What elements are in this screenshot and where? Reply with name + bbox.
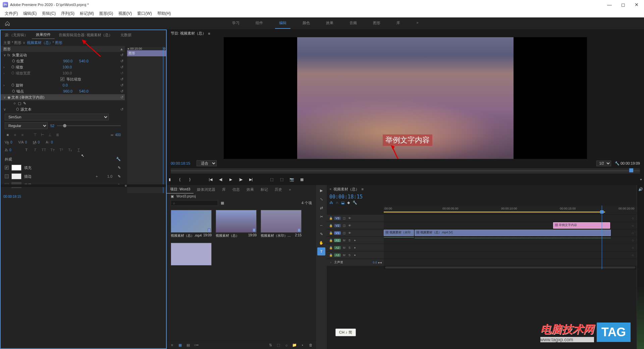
type-tool-icon[interactable]: T [317, 247, 325, 255]
tab-markers[interactable]: 标记 [257, 186, 271, 193]
close-icon[interactable]: ✕ [632, 1, 641, 8]
bold-icon[interactable]: T [23, 147, 30, 153]
selection-tool-icon[interactable]: ▶ [317, 186, 325, 194]
speaker-icon[interactable]: 🔊 [637, 185, 644, 193]
thumbnail[interactable]: ▯ [261, 210, 302, 233]
extract-icon[interactable]: ⬚ [279, 176, 285, 182]
va3-value[interactable]: 0 [38, 140, 40, 144]
hand-tool-icon[interactable]: ✋ [317, 239, 325, 247]
rotation-value[interactable]: 0.0 [63, 83, 68, 87]
tab-history[interactable]: 历史 [271, 186, 285, 193]
export-frame-icon[interactable]: 📷 [289, 176, 295, 182]
chevron-icon[interactable]: ∨ [3, 53, 7, 57]
align-center-icon[interactable]: ≡ [12, 132, 18, 138]
chevron-icon[interactable]: › [3, 83, 7, 87]
project-item[interactable]: ▯ 视频素材（水印）…2:15 [261, 210, 302, 239]
track-a3[interactable]: A3 [334, 253, 341, 257]
tab-overflow-icon[interactable]: » [285, 186, 294, 193]
menu-window[interactable]: 窗口(W) [135, 10, 154, 17]
reset-icon[interactable]: ↺ [120, 71, 123, 75]
tab-audio-mixer[interactable]: 音频剪辑混合器: 视频素材（总） [55, 31, 116, 39]
eye-icon[interactable]: 👁 [347, 231, 352, 235]
menu-view[interactable]: 视图(V) [116, 10, 134, 17]
project-item[interactable]: ▯ 视频素材（总）19:09 [216, 210, 257, 239]
font-size-value[interactable]: 52 [50, 124, 54, 128]
keyframe-icon[interactable]: ○ [632, 253, 634, 257]
track-v2[interactable]: V2 [334, 224, 341, 227]
position-y[interactable]: 540.0 [79, 59, 89, 63]
italic-icon[interactable]: T [32, 147, 38, 153]
reset-icon[interactable]: ↺ [120, 53, 123, 57]
tab-metadata[interactable]: 元数据 [116, 31, 136, 39]
tab-info[interactable]: 信息 [229, 186, 243, 193]
eye-icon[interactable]: 👁 [347, 216, 352, 220]
find-icon[interactable]: ⌕ [284, 342, 289, 348]
record-icon[interactable]: ● [353, 253, 357, 257]
underline-icon[interactable]: T [76, 147, 82, 153]
chevron-icon[interactable]: ∨ [3, 95, 7, 100]
chevron-right-icon[interactable]: ▸◂ [378, 261, 382, 264]
font-select[interactable]: SimSun [5, 114, 109, 120]
reset-icon[interactable]: ↺ [120, 89, 123, 94]
slip-tool-icon[interactable]: ↔ [317, 221, 325, 229]
va4-value[interactable]: 0 [51, 140, 53, 144]
eye-icon[interactable]: 👁 [347, 224, 352, 228]
ws-edit[interactable]: 编辑 [275, 18, 290, 29]
weight-select[interactable]: Regular [5, 122, 48, 129]
chevron-icon[interactable]: ∨ [3, 107, 7, 112]
font-size-slider[interactable] [57, 125, 121, 126]
toggle-output-icon[interactable]: ◫ [342, 231, 346, 235]
master-value[interactable]: 0.0 [373, 261, 377, 264]
shape-circle-icon[interactable]: ○ [13, 101, 16, 105]
menu-edit[interactable]: 编辑(E) [21, 10, 39, 17]
bin-icon[interactable]: ▣ [171, 194, 174, 198]
toggle-output-icon[interactable]: ◫ [342, 216, 346, 220]
ws-graphics[interactable]: 图形 [369, 18, 384, 29]
stopwatch-icon[interactable]: Ö [12, 89, 15, 93]
keyframe-icon[interactable]: ○ [632, 246, 634, 250]
thumbnail[interactable]: ▯ [171, 210, 212, 233]
tab-effects[interactable]: 效果 [243, 186, 257, 193]
record-icon[interactable]: ● [353, 246, 357, 250]
toggle-output-icon[interactable]: ◫ [342, 224, 346, 228]
tracking-value[interactable]: 400 [115, 133, 121, 137]
track-a1[interactable]: A1 [334, 239, 341, 242]
step-back-icon[interactable]: ◀| [218, 176, 224, 182]
ec-timecode[interactable]: 00:00:18:15 [3, 195, 21, 198]
wrench-icon[interactable]: 🔧 [116, 157, 121, 162]
reset-icon[interactable]: ↺ [120, 77, 123, 81]
keyframe-icon[interactable]: ○ [632, 216, 634, 220]
mark-out-icon[interactable]: { [177, 176, 183, 182]
timeline-ruler[interactable]: :00:00 00:00:05:00 00:00:10:00 00:00:15:… [384, 206, 637, 214]
align-right-icon[interactable]: ≡ [19, 132, 25, 138]
track-a2[interactable]: A2 [334, 246, 341, 249]
playhead[interactable] [602, 206, 602, 269]
anchor-x[interactable]: 960.0 [63, 89, 73, 93]
play-icon[interactable]: ▶ [228, 176, 234, 182]
clip-audio[interactable] [415, 238, 611, 238]
program-scrubber[interactable] [171, 168, 640, 174]
new-bin-icon[interactable]: 📁 [292, 342, 297, 348]
lock-icon[interactable]: 🔒 [329, 231, 333, 235]
ws-audio[interactable]: 音频 [345, 18, 361, 29]
keyframe-icon[interactable]: ○ [632, 231, 634, 235]
fit-select[interactable]: 适合 [197, 160, 217, 166]
razor-tool-icon[interactable]: ✂ [317, 213, 325, 221]
comparison-icon[interactable]: ▦ [299, 176, 305, 182]
mute-icon[interactable]: M [342, 246, 346, 250]
tab-source[interactable]: 源:（无剪辑） [1, 31, 32, 39]
new-item-icon[interactable]: ▪ [300, 342, 305, 348]
ws-color[interactable]: 颜色 [299, 18, 314, 29]
stopwatch-icon[interactable]: Ö [16, 107, 19, 111]
add-stroke-icon[interactable]: + [96, 174, 98, 178]
menu-graphics[interactable]: 图形(G) [97, 10, 115, 17]
zoom-slider[interactable]: ○━ [194, 342, 199, 348]
ws-learn[interactable]: 学习 [228, 18, 244, 29]
lock-icon[interactable]: 🔒 [329, 253, 333, 257]
stopwatch-icon[interactable]: Ö [11, 83, 14, 87]
step-forward-icon[interactable]: |▶ [238, 176, 244, 182]
ec-mini-clip[interactable]: 图形 [127, 50, 166, 56]
lift-icon[interactable]: ⬚ [269, 176, 275, 182]
mute-icon[interactable]: M [342, 253, 346, 257]
smallcaps-icon[interactable]: Tᴛ [50, 147, 56, 153]
